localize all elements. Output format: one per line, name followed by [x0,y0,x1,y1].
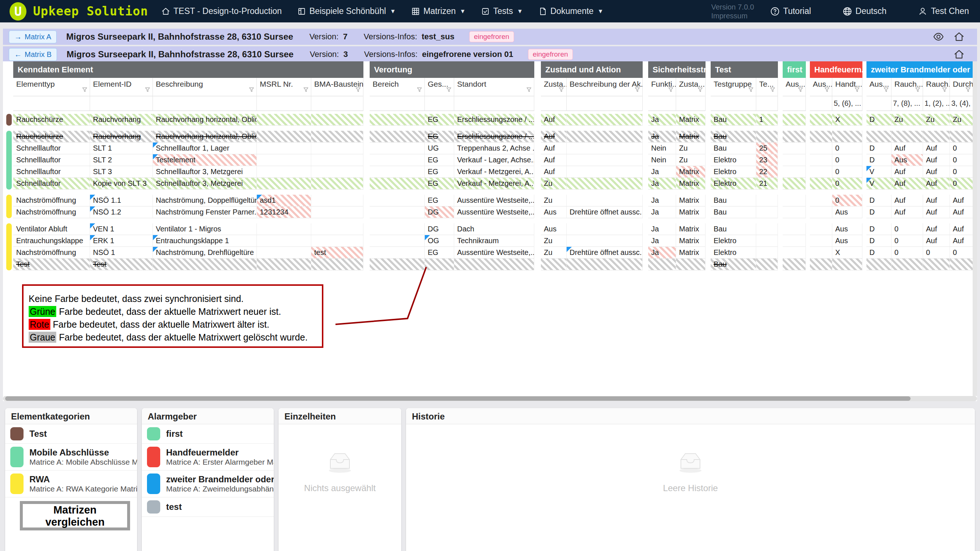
cell-zw_durch[interactable]: 0 [950,247,974,259]
cell-ges[interactable]: EG [425,114,454,125]
cell-zustand2[interactable]: Matrix [676,206,705,218]
cell-first_aus[interactable] [783,178,806,189]
cell-zw_durch[interactable]: 0 [950,178,974,189]
cell-zw_rauch2[interactable]: Auf [923,166,950,178]
cell-testgruppe[interactable]: Elektro [711,166,756,178]
column-header-msrl[interactable]: MSRL Nr. [257,78,311,96]
cell-elementtyp[interactable]: Ventilator Abluft [13,223,90,235]
cell-bereich[interactable] [370,178,425,189]
filter-value-zw_aus[interactable] [867,96,891,111]
table-row[interactable]: SchnelllauftorSLT 3Schnelllauftor 3, Met… [5,166,974,178]
filter-value-bma[interactable] [311,96,363,111]
alarmgeber-item-1[interactable]: first [142,424,274,444]
cell-element_id[interactable]: Kopie von SLT 3 [90,178,153,189]
cell-beschr_aktion[interactable] [566,114,643,125]
cell-zustand[interactable]: Aus [541,206,566,218]
cell-zw_durch[interactable]: 0 [950,166,974,178]
cell-element_id[interactable]: ERK 1 [90,235,153,247]
cell-first_aus[interactable] [783,143,806,154]
cell-bma[interactable] [311,114,363,125]
filter-icon[interactable] [446,86,452,95]
cell-elementtyp[interactable]: Schnelllauftor [13,154,90,166]
filter-value-zw_rauch2[interactable]: 1, (2), ... [923,96,950,111]
cell-bma[interactable] [311,195,363,206]
cell-element_id[interactable]: Rauchvorhang [90,131,153,143]
filter-value-beschreibung[interactable] [153,96,257,111]
cell-testgruppe[interactable]: Bau [711,206,756,218]
cell-bereich[interactable] [370,154,425,166]
cell-testgruppe[interactable]: Bau [711,131,756,143]
cell-testgruppe[interactable]: Elektro [711,178,756,189]
cell-ges[interactable]: EG [425,247,454,259]
cell-beschreibung[interactable]: Rauchvorhang horizontal, Oblicht [153,114,257,125]
cell-hfm_aus[interactable] [810,166,832,178]
cell-standort[interactable]: Treppenhaus 2, Achse ... [454,143,534,154]
cell-te[interactable] [756,235,778,247]
cell-bma[interactable] [311,235,363,247]
filter-icon[interactable] [634,86,641,95]
cell-elementtyp[interactable]: Schnelllauftor [13,166,90,178]
cell-te[interactable] [756,131,778,143]
table-row[interactable]: Ventilator AbluftVEN 1Ventilator 1 - Mig… [5,223,974,235]
cell-beschreibung[interactable]: Nachströmung Fenster Parner... [153,206,257,218]
cell-first_aus[interactable] [783,114,806,125]
cell-hfm_aus[interactable] [810,247,832,259]
column-header-hfm_aus[interactable]: Aus... [810,78,832,96]
cell-bereich[interactable] [370,131,425,143]
cell-hfm_handt[interactable] [832,131,862,143]
cell-hfm_handt[interactable]: X [832,247,862,259]
cell-elementtyp[interactable]: Schnelllauftor [13,143,90,154]
cell-first_aus[interactable] [783,247,806,259]
cell-zustand2[interactable]: Matrix [676,195,705,206]
cell-hfm_aus[interactable] [810,195,832,206]
elementkategorie-item-2[interactable]: Mobile AbschlüsseMatrice A: Mobile Absch… [5,444,137,470]
cell-beschreibung[interactable]: Schnelllauftor 1, Lager [153,143,257,154]
cell-hfm_aus[interactable] [810,131,832,143]
cell-zw_rauch2[interactable]: Auf [923,178,950,189]
filter-value-te[interactable] [756,96,778,111]
cell-first_aus[interactable] [783,235,806,247]
cell-element_id[interactable]: VEN 1 [90,223,153,235]
cell-bereich[interactable] [370,206,425,218]
table-row[interactable]: RauchschürzeRauchvorhangRauchvorhang hor… [5,114,974,125]
cell-zw_aus[interactable]: D [867,195,891,206]
cell-zw_rauch1[interactable] [891,259,923,270]
alarmgeber-item-2[interactable]: HandfeuermelderMatrice A: Erster Alarmge… [142,444,274,470]
cell-zustand[interactable]: Zu [541,235,566,247]
cell-beschr_aktion[interactable] [566,154,643,166]
cell-zustand2[interactable]: Matrix [676,247,705,259]
cell-msrl[interactable] [257,235,311,247]
cell-bereich[interactable] [370,235,425,247]
column-header-testgruppe[interactable]: Testgruppe [711,78,756,96]
menu-item-5[interactable]: Dokumente▼ [538,6,603,16]
cell-beschr_aktion[interactable] [566,131,643,143]
cell-zustand2[interactable]: Zu [676,154,705,166]
filter-icon[interactable] [558,86,565,95]
cell-hfm_aus[interactable] [810,143,832,154]
filter-icon[interactable] [303,86,309,95]
cell-hfm_handt[interactable]: Aus [832,235,862,247]
impressum-link[interactable]: Impressum [711,11,754,20]
user-menu[interactable]: Test Chen [918,6,969,16]
cell-bereich[interactable] [370,143,425,154]
cell-msrl[interactable] [257,143,311,154]
cell-hfm_handt[interactable]: X [832,114,862,125]
filter-value-zustand2[interactable] [676,96,705,111]
filter-icon[interactable] [248,86,255,95]
cell-bereich[interactable] [370,223,425,235]
cell-zustand2[interactable]: Matrix [676,235,705,247]
table-row[interactable]: TestTestBau [5,259,974,270]
cell-hfm_handt[interactable]: 0 [832,143,862,154]
column-header-zustand2[interactable]: Zusta... [676,78,705,96]
cell-standort[interactable]: Verkauf - Lager, Achse... [454,154,534,166]
cell-zw_durch[interactable]: Auf [950,235,974,247]
cell-msrl[interactable] [257,166,311,178]
home-icon[interactable] [953,49,964,60]
elementkategorie-item-1[interactable]: Test [5,424,137,444]
cell-hfm_handt[interactable]: 0 [832,166,862,178]
cell-te[interactable]: 25 [756,143,778,154]
cell-bma[interactable]: test [311,247,363,259]
cell-zw_aus[interactable]: D [867,143,891,154]
column-header-zw_aus[interactable]: Aus... [867,78,891,96]
cell-te[interactable] [756,247,778,259]
